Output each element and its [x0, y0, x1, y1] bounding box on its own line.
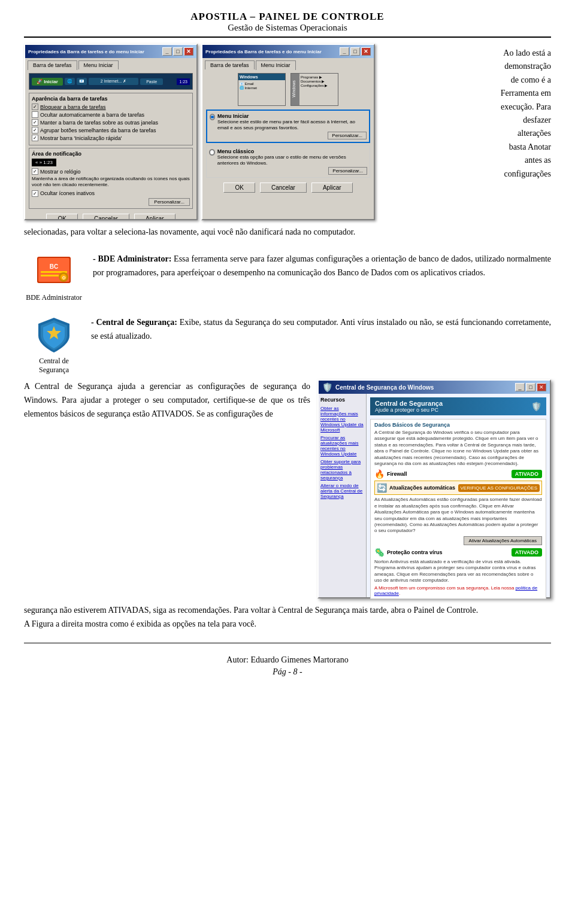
cb-bloquear[interactable]: ✓ Bloquear a barra de tarefas — [32, 104, 190, 110]
firewall-icon: 🔥 — [374, 469, 385, 479]
firewall-label: Firewall — [387, 471, 407, 477]
tab-menu-iniciar[interactable]: Menu Iniciar — [78, 60, 119, 69]
central-body: A Central de Segurança ajuda a gerenciar… — [24, 379, 551, 598]
virus-row: 🦠 Proteção contra vírus ATIVADO — [374, 548, 542, 557]
svg-text:BC: BC — [50, 263, 58, 270]
central-sidebar: Recursos Obter as informações mais recen… — [319, 394, 367, 597]
right-text-block: Ao lado está a demonstração de como é a … — [381, 44, 551, 181]
central-heading: - Central de Segurança: — [91, 318, 177, 327]
screenshots-section: Propriedades da Barra de tarefas e do me… — [24, 44, 551, 220]
central-win-close[interactable]: ✕ — [537, 383, 546, 391]
right-text-line4: Ferramenta em — [381, 87, 551, 100]
dialog2-tabs: Barra de tarefas Menu Iniciar — [202, 58, 374, 69]
dialog1-buttons: OK Cancelar Aplicar — [29, 211, 193, 220]
dialog-taskbar[interactable]: Propriedades da Barra de tarefas e do me… — [24, 44, 198, 220]
central-win-minimize[interactable]: _ — [515, 383, 525, 391]
central-screenshot: 🛡️ Central de Segurança do Windows _ □ ✕… — [317, 379, 551, 598]
dialog-menu-iniciar[interactable]: Propriedades da Barra de tarefas e do me… — [201, 44, 375, 220]
btn-personalizar-classic[interactable]: Personalizar... — [328, 167, 367, 175]
sidebar-link-4[interactable]: Alterar o modo de alerta da Central de S… — [320, 483, 364, 499]
dialog1-title: Propriedades da Barra de tarefas e do me… — [28, 49, 162, 54]
right-text-line9: antes as — [381, 154, 551, 167]
sidebar-link-3[interactable]: Obter suporte para problemas relacionado… — [320, 459, 364, 481]
firewall-row: 🔥 Firewall ATIVADO — [374, 469, 542, 479]
central-banner: Central de Segurança Ajude a proteger o … — [370, 397, 546, 415]
updates-row: 🔄 Atualizações automáticas VERIFIQUE AS … — [374, 481, 542, 495]
cb-agrupar[interactable]: ✓ Agrupar botões semelhantes da barra de… — [32, 127, 190, 133]
btn-personalizar-d1[interactable]: Personalizar... — [149, 198, 190, 206]
central-main-content: Central de Segurança Ajude a proteger o … — [367, 394, 550, 597]
dialog1-notif-group: Área de notificação « » 1:23 ✓ Mostrar o… — [29, 148, 193, 209]
right-text-line7: alterações — [381, 127, 551, 140]
bottom-line1: segurança não estiverem ATIVADAS, siga a… — [24, 606, 276, 615]
dialog1-close[interactable]: ✕ — [184, 47, 193, 56]
central-banner-title: Central de Segurança — [375, 400, 443, 407]
btn-cancelar-d1[interactable]: Cancelar — [83, 214, 129, 220]
dialog2-controls: _ □ ✕ — [340, 47, 371, 56]
footer-author: Autor: Eduardo Gimenes Martorano — [24, 655, 551, 665]
central-section: Central deSegurança - Central de Seguran… — [24, 315, 551, 631]
dialog1-notif-title: Área de notificação — [32, 151, 190, 157]
cb-icones-inativos[interactable]: ✓ Ocultar ícones inativos — [32, 190, 190, 197]
right-text-line8: basta Anotar — [381, 141, 551, 154]
page-footer: Autor: Eduardo Gimenes Martorano Pág - 8… — [24, 643, 551, 683]
page-header: APOSTILA – PAINEL DE CONTROLE Gestão de … — [24, 0, 551, 38]
bde-text: - BDE Administrator: Essa ferramenta ser… — [93, 252, 551, 279]
btn-personalizar-xp[interactable]: Personalizar... — [328, 132, 367, 139]
sidebar-link-2[interactable]: Procurar as atualizações mais recentes n… — [320, 435, 364, 457]
right-text-line1: Ao lado está a — [381, 47, 551, 60]
cb-ocultar[interactable]: Ocultar automaticamente a barra de taref… — [32, 111, 190, 118]
sidebar-link-1[interactable]: Obter as informações mais recentes no Wi… — [320, 406, 364, 433]
tab-barra-tarefas[interactable]: Barra de tarefas — [28, 60, 77, 70]
dialog2-buttons: OK Cancelar Aplicar — [206, 180, 370, 195]
btn-cancelar-d2[interactable]: Cancelar — [260, 183, 307, 193]
central-intro-text: - Central de Segurança: Exibe, status da… — [91, 315, 551, 343]
btn-ativar-atualizacoes[interactable]: Ativar Atualizações Automáticas — [464, 536, 542, 545]
central-win-maximize[interactable]: □ — [526, 383, 535, 391]
right-text-line5: execução. Para — [381, 101, 551, 114]
radio-menu-xp[interactable]: Menu Iniciar Selecione este estilo de me… — [206, 110, 370, 143]
cb-manter[interactable]: ✓ Manter a barra de tarefas sobre as out… — [32, 119, 190, 126]
btn-ok-d2[interactable]: OK — [223, 183, 255, 193]
dados-basicos-box: Dados Básicos de Segurança A Central de … — [370, 419, 546, 599]
dialog2-maximize[interactable]: □ — [350, 47, 360, 56]
dialog1-titlebar: Propriedades da Barra de tarefas e do me… — [25, 45, 196, 58]
dialog1-controls: _ □ ✕ — [162, 47, 193, 56]
central-win-dialog[interactable]: 🛡️ Central de Segurança do Windows _ □ ✕… — [317, 379, 551, 598]
dialog1-minimize[interactable]: _ — [162, 47, 172, 56]
bde-icon-label: BDE Administrator — [26, 293, 82, 302]
dialog2-minimize[interactable]: _ — [340, 47, 349, 56]
cb-mostrar[interactable]: ✓ Mostrar barra 'Inicialização rápida' — [32, 135, 190, 141]
dialog1-maximize[interactable]: □ — [173, 47, 183, 56]
btn-aplicar-d1[interactable]: Aplicar — [134, 214, 175, 220]
central-win-titlebar: 🛡️ Central de Segurança do Windows _ □ ✕ — [319, 381, 550, 394]
virus-icon: 🦠 — [374, 548, 385, 557]
cb-relogio[interactable]: ✓ Mostrar o relógio — [32, 168, 190, 175]
tab2-barra-tarefas[interactable]: Barra de tarefas — [205, 60, 255, 69]
central-top: Central deSegurança - Central de Seguran… — [24, 315, 551, 375]
dialog1-tabs: Barra de tarefas Menu Iniciar — [25, 58, 196, 69]
right-text-line2: demonstração — [381, 60, 551, 73]
page-title: APOSTILA – PAINEL DE CONTROLE — [24, 11, 551, 23]
full-paragraph: selecionadas, para voltar a seleciona-la… — [24, 225, 551, 239]
btn-aplicar-d2[interactable]: Aplicar — [311, 183, 353, 193]
central-body-text: A Central de Segurança ajuda a gerenciar… — [24, 379, 310, 421]
tab2-menu-iniciar[interactable]: Menu Iniciar — [256, 60, 296, 70]
central-banner-subtitle: Ajude a proteger o seu PC — [375, 407, 443, 413]
btn-ok-d1[interactable]: OK — [46, 214, 77, 220]
bottom-line3: A Figura a direita mostra como é exibida… — [24, 619, 256, 628]
right-text-line3: de como é a — [381, 74, 551, 87]
page-subtitle: Gestão de Sistemas Operacionais — [24, 23, 551, 33]
bde-admin-icon: BC ⚙ — [35, 252, 73, 290]
page-container: APOSTILA – PAINEL DE CONTROLE Gestão de … — [0, 0, 575, 924]
central-icon-label: Central deSegurança — [39, 357, 69, 375]
radio-menu-classic[interactable]: Menu clássico Selecione esta opção para … — [206, 145, 370, 178]
dialog2-close[interactable]: ✕ — [361, 47, 371, 56]
central-security-icon — [35, 315, 73, 354]
footer-page: Pág - 8 - — [24, 667, 551, 677]
resources-label: Recursos — [320, 397, 364, 403]
dialog2-titlebar: Propriedades da Barra de tarefas e do me… — [202, 45, 374, 58]
bottom-text: segurança não estiverem ATIVADAS, siga a… — [24, 603, 551, 631]
bde-section: BC ⚙ BDE Administrator - BDE Administrat… — [24, 252, 551, 302]
updates-status: VERIFIQUE AS CONFIGURAÇÕES — [458, 484, 540, 492]
